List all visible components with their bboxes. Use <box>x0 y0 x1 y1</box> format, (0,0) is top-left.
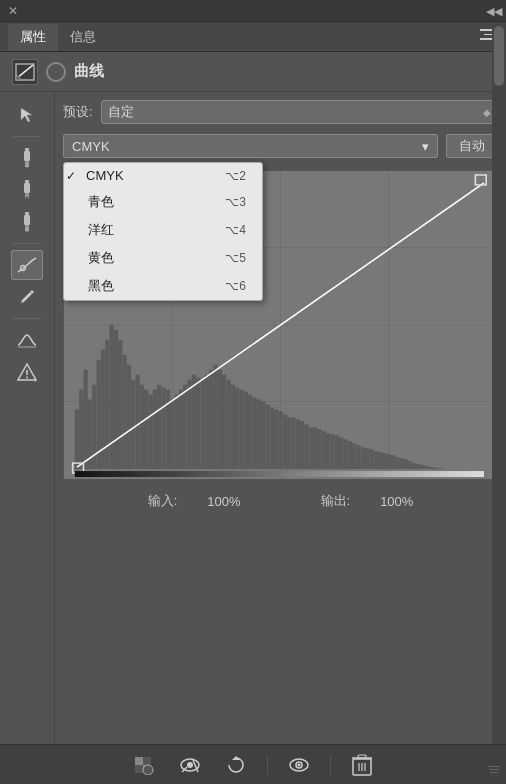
svg-point-11 <box>26 197 29 200</box>
input-label: 输入: <box>148 492 178 510</box>
svg-rect-70 <box>244 392 248 469</box>
svg-rect-97 <box>361 447 365 469</box>
svg-rect-82 <box>296 419 300 469</box>
eye-button[interactable] <box>284 752 314 778</box>
svg-rect-13 <box>24 215 30 225</box>
svg-rect-96 <box>356 445 360 469</box>
mask-button[interactable] <box>129 752 159 778</box>
svg-rect-99 <box>369 449 373 469</box>
auto-button[interactable]: 自动 <box>446 134 498 158</box>
preset-value: 自定 <box>108 103 134 121</box>
output-label: 输出: <box>321 492 351 510</box>
svg-rect-89 <box>326 433 330 469</box>
curve-tool[interactable] <box>11 250 43 280</box>
scrollbar-thumb[interactable] <box>494 26 504 86</box>
warning-tool[interactable]: ! <box>11 357 43 387</box>
svg-rect-54 <box>174 395 178 470</box>
svg-rect-91 <box>335 435 339 469</box>
dropdown-item-yellow-shortcut: ⌥5 <box>225 251 246 265</box>
svg-rect-44 <box>131 380 135 469</box>
svg-rect-50 <box>157 385 161 469</box>
svg-rect-62 <box>209 370 213 469</box>
svg-rect-71 <box>248 395 252 470</box>
channel-dropdown-menu: CMYK ⌥2 青色 ⌥3 洋红 ⌥4 黄色 ⌥5 <box>63 162 263 301</box>
svg-rect-64 <box>218 370 222 469</box>
dropdown-item-cmyk[interactable]: CMYK ⌥2 <box>64 163 262 188</box>
svg-rect-63 <box>213 365 217 469</box>
svg-rect-129 <box>75 471 484 477</box>
svg-rect-60 <box>200 380 204 469</box>
svg-rect-80 <box>287 417 291 469</box>
scrollbar-right[interactable] <box>492 22 506 744</box>
svg-rect-146 <box>358 755 366 758</box>
svg-rect-51 <box>161 388 165 469</box>
dropdown-item-magenta[interactable]: 洋红 ⌥4 <box>64 216 262 244</box>
preset-arrow: ◆ <box>483 107 491 118</box>
tab-info[interactable]: 信息 <box>58 24 108 51</box>
svg-rect-131 <box>143 757 151 765</box>
svg-rect-78 <box>278 411 282 469</box>
channel-dropdown[interactable]: CMYK ▾ <box>63 134 438 158</box>
svg-rect-76 <box>270 407 274 469</box>
eyedropper-tool-1[interactable] <box>11 143 43 173</box>
svg-rect-107 <box>404 459 408 469</box>
title-bar: ✕ ◀◀ <box>0 0 506 22</box>
dropdown-item-black[interactable]: 黑色 ⌥6 <box>64 272 262 300</box>
dropdown-item-cmyk-label: CMYK <box>86 168 124 183</box>
collapse-button[interactable]: ◀◀ <box>486 4 500 18</box>
title-bar-left: ✕ <box>6 4 20 18</box>
svg-rect-66 <box>226 380 230 469</box>
svg-rect-38 <box>105 340 109 469</box>
eyedropper-tool-2[interactable] <box>11 175 43 205</box>
io-row: 输入: 100% 输出: 100% <box>63 488 498 514</box>
svg-text:!: ! <box>34 375 36 382</box>
tab-properties[interactable]: 属性 <box>8 24 58 51</box>
section-title: 曲线 <box>74 62 104 81</box>
layer-icon <box>46 62 66 82</box>
preset-select[interactable]: 自定 ◆ <box>101 100 498 124</box>
delete-button[interactable] <box>347 752 377 778</box>
svg-rect-43 <box>127 365 131 469</box>
eyedropper-tool-3[interactable] <box>11 207 43 237</box>
svg-rect-58 <box>192 375 196 469</box>
reset-button[interactable] <box>221 752 251 778</box>
svg-rect-109 <box>413 463 417 469</box>
svg-rect-115 <box>439 468 443 469</box>
svg-rect-95 <box>352 443 356 469</box>
svg-rect-101 <box>378 452 382 469</box>
visibility-button[interactable] <box>175 752 205 778</box>
svg-rect-102 <box>382 453 386 469</box>
svg-rect-39 <box>109 325 113 469</box>
pointer-tool[interactable] <box>11 100 43 130</box>
svg-rect-75 <box>265 404 269 469</box>
dropdown-item-magenta-shortcut: ⌥4 <box>225 223 246 237</box>
svg-rect-105 <box>395 457 399 469</box>
svg-rect-53 <box>170 400 174 470</box>
svg-rect-83 <box>300 421 304 469</box>
svg-point-16 <box>26 229 28 231</box>
smooth-tool[interactable] <box>11 325 43 355</box>
svg-rect-108 <box>408 461 412 469</box>
close-button[interactable]: ✕ <box>6 4 20 18</box>
svg-rect-92 <box>339 437 343 469</box>
svg-rect-47 <box>144 390 148 469</box>
svg-rect-32 <box>79 390 83 469</box>
svg-rect-69 <box>239 390 243 469</box>
svg-rect-111 <box>421 465 425 469</box>
pencil-tool[interactable] <box>11 282 43 312</box>
tool-separator-2 <box>13 243 41 244</box>
svg-point-136 <box>187 762 193 768</box>
svg-point-134 <box>143 765 153 775</box>
main-area: 预设: 自定 ◆ CMYK ▾ CMYK ⌥2 <box>55 92 506 772</box>
dropdown-item-cyan[interactable]: 青色 ⌥3 <box>64 188 262 216</box>
svg-rect-85 <box>309 427 313 469</box>
svg-rect-113 <box>430 467 434 469</box>
svg-rect-72 <box>252 398 256 470</box>
svg-point-22 <box>26 377 28 379</box>
tool-separator-1 <box>13 136 41 137</box>
svg-rect-79 <box>283 414 287 469</box>
dropdown-item-yellow[interactable]: 黄色 ⌥5 <box>64 244 262 272</box>
svg-rect-104 <box>391 455 395 469</box>
svg-rect-81 <box>291 417 295 469</box>
preset-label: 预设: <box>63 103 93 121</box>
